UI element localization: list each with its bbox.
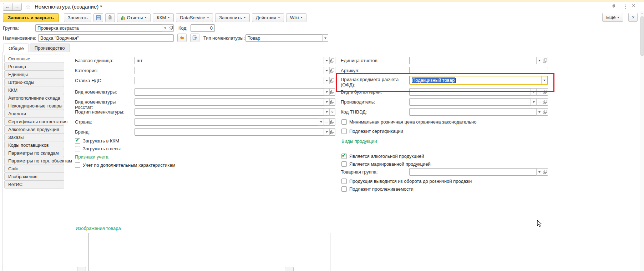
scroll-up-icon[interactable]: ▲ — [640, 12, 644, 15]
type-input[interactable]: Товар — [245, 34, 323, 42]
nomen-kind-open-button[interactable] — [329, 88, 335, 96]
product-group-open-button[interactable] — [542, 168, 548, 176]
nomen-subtype-input[interactable] — [135, 108, 324, 116]
get-link-icon[interactable] — [611, 3, 617, 9]
load-kkm-checkbox[interactable] — [75, 138, 80, 144]
favorite-star-icon[interactable]: ☆ — [25, 3, 31, 11]
actions-menu-button[interactable]: Действия — [252, 13, 284, 22]
save-close-button[interactable]: Записать и закрыть — [3, 13, 59, 22]
article-input[interactable] — [409, 67, 548, 74]
vat-dropdown-button[interactable] — [324, 77, 330, 84]
image-toolbar-button[interactable] — [77, 267, 86, 271]
sidebar-item[interactable]: Штрих-коды — [4, 78, 64, 86]
accounting-kind-open-button[interactable] — [542, 88, 548, 96]
manufacturer-input[interactable] — [409, 98, 531, 106]
vat-input[interactable] — [135, 77, 324, 84]
manufacturer-dots-button[interactable]: … — [536, 98, 542, 106]
close-icon[interactable]: × — [632, 3, 635, 9]
traceability-checkbox[interactable] — [341, 186, 347, 192]
accounting-kind-dots-button[interactable]: … — [536, 88, 542, 96]
country-dropdown-button[interactable] — [318, 118, 324, 126]
nomen-subtype-dropdown-button[interactable] — [324, 108, 330, 116]
certification-checkbox[interactable] — [341, 129, 347, 134]
vertical-scrollbar[interactable]: ▲ — [640, 11, 644, 271]
report-unit-dropdown-button[interactable] — [536, 57, 542, 64]
product-group-input[interactable] — [409, 168, 537, 176]
report-unit-open-button[interactable] — [542, 57, 548, 64]
accounting-kind-input[interactable] — [409, 88, 531, 96]
category-dropdown-button[interactable] — [324, 67, 330, 74]
fill-menu-button[interactable]: Заполнить — [215, 13, 250, 22]
country-input[interactable] — [135, 118, 318, 126]
reports-menu-button[interactable]: Отчеты — [117, 13, 151, 22]
sidebar-item[interactable]: Аналоги — [4, 110, 64, 118]
nomen-kind-rosstat-dropdown-button[interactable] — [324, 98, 330, 106]
dataservice-menu-button[interactable]: DataService — [176, 13, 213, 22]
withdraw-checkbox[interactable] — [341, 179, 347, 184]
country-dots-button[interactable]: … — [324, 118, 330, 126]
sidebar-item[interactable]: Заказы — [4, 133, 64, 141]
code-input[interactable]: 0 — [191, 24, 215, 32]
ofd-dropdown-button[interactable] — [541, 76, 547, 84]
brand-dropdown-button[interactable] — [324, 128, 330, 136]
attachments-button[interactable] — [105, 13, 115, 22]
manufacturer-open-button[interactable] — [542, 98, 548, 106]
sidebar-item[interactable]: Некондиционные товары — [4, 102, 64, 110]
load-scales-checkbox[interactable] — [75, 146, 80, 151]
tnved-dropdown-button[interactable] — [536, 108, 542, 116]
help-button[interactable]: ? — [628, 13, 638, 22]
sidebar-item[interactable]: ККМ — [4, 86, 64, 94]
sidebar-item[interactable]: ВетИС — [4, 180, 64, 189]
group-dropdown-button[interactable] — [162, 24, 168, 32]
sidebar-item[interactable]: Основные — [4, 55, 64, 63]
group-input[interactable]: Проверка возраста — [35, 24, 162, 32]
base-unit-open-button[interactable] — [329, 57, 335, 64]
more-button[interactable]: Еще — [602, 13, 623, 22]
sidebar-item[interactable]: Параметры по складам — [4, 149, 64, 157]
manufacturer-dropdown-button[interactable] — [531, 98, 537, 106]
base-unit-input[interactable]: шт — [135, 57, 324, 64]
tab[interactable]: Общие — [4, 44, 29, 52]
tnved-open-button[interactable] — [542, 108, 548, 116]
sidebar-item[interactable]: Сайт — [4, 165, 64, 173]
name-copy-button[interactable] — [177, 34, 187, 42]
nomen-kind-dropdown-button[interactable] — [324, 88, 330, 96]
type-dropdown-button[interactable] — [322, 34, 328, 42]
sidebar-item[interactable]: Параметры по торг. объектам — [4, 157, 64, 165]
sidebar-item[interactable]: Алкогольная продукция — [4, 125, 64, 134]
sidebar-item[interactable]: Автопополнение склада — [4, 94, 64, 102]
brand-open-button[interactable] — [329, 128, 335, 136]
image-toolbar-button[interactable] — [285, 267, 294, 271]
ofd-input[interactable]: Подакцизный товар — [410, 76, 541, 84]
sidebar-item[interactable]: Розница — [4, 62, 64, 71]
sidebar-item[interactable]: Коды поставщиков — [4, 141, 64, 149]
report-unit-input[interactable] — [409, 57, 537, 64]
sidebar-item[interactable]: Сертификаты соответствия — [4, 117, 64, 126]
accounting-kind-dropdown-button[interactable] — [531, 88, 537, 96]
save-button[interactable]: Записать — [64, 13, 92, 22]
brand-input[interactable] — [135, 128, 324, 136]
min-price-checkbox[interactable] — [341, 119, 347, 125]
nomen-subtype-clear-button[interactable]: × — [329, 108, 335, 116]
nomen-kind-rosstat-open-button[interactable] — [329, 98, 335, 106]
vat-open-button[interactable] — [329, 77, 335, 84]
tab[interactable]: Производство — [30, 44, 70, 52]
sidebar-item[interactable]: Изображения — [4, 172, 64, 181]
base-unit-dropdown-button[interactable] — [324, 57, 330, 64]
sidebar-item[interactable]: Единицы — [4, 70, 64, 79]
name-translate-button[interactable] — [190, 34, 199, 42]
name-input[interactable]: Водка "Водочная" — [38, 34, 174, 42]
scrollbar-thumb[interactable] — [640, 16, 644, 56]
kebab-menu-icon[interactable]: ⋮ — [623, 4, 628, 9]
marked-checkbox[interactable] — [341, 161, 347, 167]
alcohol-checkbox[interactable] — [341, 154, 347, 159]
group-open-button[interactable] — [168, 24, 174, 32]
tnved-input[interactable] — [409, 108, 537, 116]
kkm-menu-button[interactable]: ККМ — [153, 13, 174, 22]
extra-chars-checkbox[interactable] — [75, 162, 80, 168]
nomen-kind-input[interactable] — [135, 88, 324, 96]
structure-button[interactable] — [93, 13, 103, 22]
wiki-menu-button[interactable]: Wiki — [286, 13, 307, 22]
product-images-area[interactable] — [88, 233, 330, 271]
product-group-dropdown-button[interactable] — [536, 168, 542, 176]
